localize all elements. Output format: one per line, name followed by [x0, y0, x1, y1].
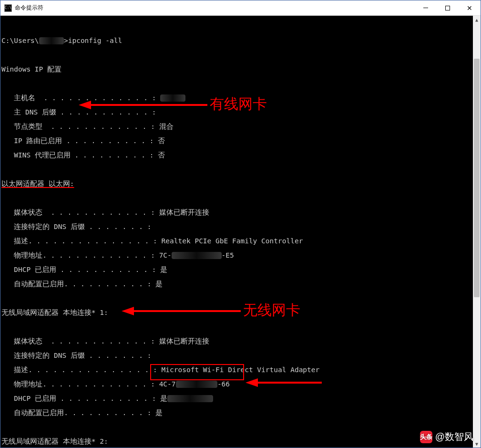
cmd-window: C:\ 命令提示符 ✕ C:\Users\ >ipconfig -all Win…	[0, 0, 481, 448]
ethernet-adapter-heading: 以太网适配器 以太网:	[1, 180, 74, 188]
wlan-local2-heading: 无线局域网适配器 本地连接* 2:	[1, 438, 480, 445]
wlan-local1-heading: 无线局域网适配器 本地连接* 1:	[1, 309, 480, 316]
close-button[interactable]: ✕	[459, 0, 481, 16]
watermark: 头条 @数智风	[420, 430, 473, 443]
command-line: C:\Users\ >ipconfig -all	[1, 37, 480, 44]
minimize-icon	[423, 8, 428, 8]
vertical-scrollbar[interactable]: ▲ ▼	[473, 16, 481, 448]
minimize-button[interactable]	[415, 0, 437, 16]
maximize-icon	[445, 6, 450, 10]
watermark-text: @数智风	[435, 430, 473, 443]
maximize-button[interactable]	[437, 0, 459, 16]
scroll-down-icon[interactable]: ▼	[473, 440, 481, 448]
watermark-logo-icon: 头条	[420, 431, 432, 443]
close-icon: ✕	[467, 4, 472, 12]
scrollbar-thumb[interactable]	[474, 59, 480, 297]
scroll-up-icon[interactable]: ▲	[473, 16, 481, 23]
terminal-output[interactable]: C:\Users\ >ipconfig -all Windows IP 配置 主…	[0, 16, 481, 448]
window-title: 命令提示符	[15, 4, 43, 12]
section-header: Windows IP 配置	[1, 66, 480, 73]
titlebar[interactable]: C:\ 命令提示符 ✕	[0, 0, 481, 16]
cmd-icon: C:\	[4, 4, 12, 12]
